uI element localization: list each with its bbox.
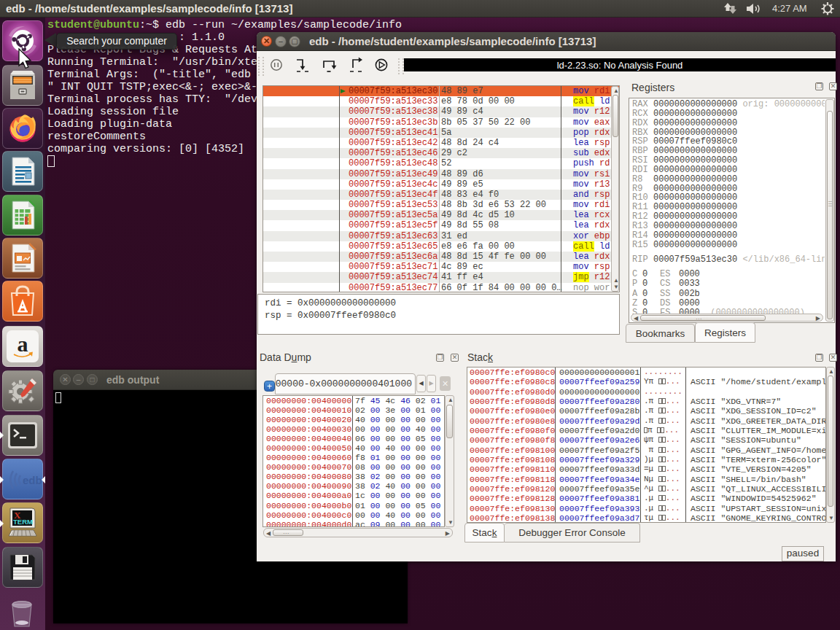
svg-text:edb: edb bbox=[23, 474, 42, 486]
svg-text:TERM: TERM bbox=[13, 518, 33, 526]
svg-text:a: a bbox=[18, 332, 28, 356]
